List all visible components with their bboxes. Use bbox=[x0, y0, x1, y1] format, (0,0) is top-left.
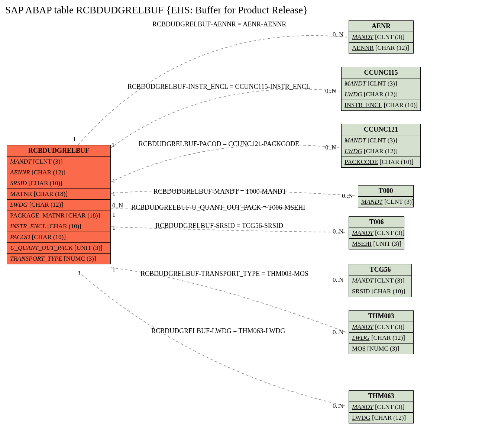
relation-label: RCBDUDGRELBUF-TRANSPORT_TYPE = THM003-MO… bbox=[140, 270, 308, 278]
entity-header: THM003 bbox=[349, 311, 413, 322]
field-row: MANDT [CLNT (3)] bbox=[349, 32, 413, 43]
field-row: LWDG [CHAR (12)] bbox=[342, 146, 420, 157]
field-row: PACKAGE_MATNR [CHAR (18)] bbox=[7, 210, 110, 221]
field-row: PACKCODE [CHAR (10)] bbox=[342, 157, 420, 167]
field-row: LWDG [CHAR (12)] bbox=[349, 333, 413, 344]
relation-label: RCBDUDGRELBUF-LWDG = THM063-LWDG bbox=[151, 327, 285, 335]
entity-aenr: AENR MANDT [CLNT (3)] AENNR [CHAR (12)] bbox=[349, 20, 414, 54]
field-row: AENNR [CHAR (12)] bbox=[349, 43, 413, 53]
relation-label: RCBDUDGRELBUF-PACOD = CCUNC121-PACKCODE bbox=[139, 140, 299, 148]
field-row: MSEHI [UNIT (3)] bbox=[349, 239, 404, 249]
entity-thm063: THM063 MANDT [CLNT (3)] LWDG [CHAR (12)] bbox=[349, 390, 414, 423]
entity-header: CCUNC121 bbox=[342, 124, 420, 135]
entity-rcbdudgrelbuf: RCBDUDGRELBUF MANDT [CLNT (3)] AENNR [CH… bbox=[7, 145, 111, 264]
entity-header: T006 bbox=[349, 217, 404, 228]
cardinality-right: 0..N bbox=[342, 192, 353, 200]
field-row: TRANSPORT_TYPE [NUMC (3)] bbox=[7, 254, 110, 264]
cardinality-left: 1 bbox=[112, 178, 116, 185]
relation-label: RCBDUDGRELBUF-AENNR = AENR-AENNR bbox=[152, 20, 286, 28]
cardinality-right: 0..N bbox=[333, 276, 343, 284]
relation-label: RCBDUDGRELBUF-SRSID = TCG56-SRSID bbox=[155, 222, 283, 230]
entity-header: TCG56 bbox=[349, 264, 411, 275]
field-row: MOS [NUMC (3)] bbox=[349, 344, 413, 354]
field-row: LWDG [CHAR (12)] bbox=[342, 89, 420, 100]
entity-ccunc121: CCUNC121 MANDT [CLNT (3)] LWDG [CHAR (12… bbox=[341, 124, 421, 168]
field-row: SRSID [CHAR (10)] bbox=[7, 178, 110, 189]
entity-header: T000 bbox=[358, 186, 413, 197]
field-row: LWDG [CHAR (12)] bbox=[349, 413, 413, 423]
field-row: LWDG [CHAR (12)] bbox=[7, 200, 110, 210]
field-row: MANDT [CLNT (3)] bbox=[349, 275, 411, 286]
field-row: MANDT [CLNT (3)] bbox=[349, 228, 404, 239]
cardinality-right: 0..N bbox=[325, 87, 336, 95]
entity-header: AENR bbox=[349, 21, 413, 32]
field-row: MANDT [CLNT (3)] bbox=[342, 78, 420, 89]
field-row: PACOD [CHAR (10)] bbox=[7, 232, 110, 243]
field-row: MANDT [CLNT (3)] bbox=[349, 402, 413, 413]
entity-ccunc115: CCUNC115 MANDT [CLNT (3)] LWDG [CHAR (12… bbox=[341, 67, 421, 111]
cardinality-right: 0..N bbox=[325, 144, 336, 151]
field-row: AENNR [CHAR (12)] bbox=[7, 167, 110, 178]
cardinality-right: 0..N bbox=[333, 228, 343, 235]
entity-t006: T006 MANDT [CLNT (3)] MSEHI [UNIT (3)] bbox=[349, 216, 404, 249]
page-title: SAP ABAP table RCBDUDGRELBUF {EHS: Buffe… bbox=[5, 4, 308, 16]
entity-tcg56: TCG56 MANDT [CLNT (3)] SRSID [CHAR (10)] bbox=[349, 264, 412, 297]
field-row: INSTR_ENCL [CHAR (10)] bbox=[342, 100, 420, 110]
entity-thm003: THM003 MANDT [CLNT (3)] LWDG [CHAR (12)]… bbox=[349, 310, 414, 354]
entity-header: RCBDUDGRELBUF bbox=[7, 145, 110, 157]
field-row: MATNR [CHAR (18)] bbox=[7, 189, 110, 200]
cardinality-left: 1 bbox=[73, 136, 76, 143]
field-row: MANDT [CLNT (3)] bbox=[342, 135, 420, 146]
cardinality-left: 0..N bbox=[112, 202, 123, 209]
field-row: INSTR_ENCL [CHAR (10)] bbox=[7, 221, 110, 232]
cardinality-right: 0..N bbox=[333, 402, 343, 410]
cardinality-left: 1 bbox=[112, 266, 116, 273]
relation-label: RCBDUDGRELBUF-U_QUANT_OUT_PACK = T006-MS… bbox=[131, 204, 305, 212]
field-row: MANDT [CLNT (3)] bbox=[358, 197, 413, 207]
field-row: U_QUANT_OUT_PACK [UNIT (3)] bbox=[7, 243, 110, 254]
entity-t000: T000 MANDT [CLNT (3)] bbox=[358, 185, 414, 207]
cardinality-left: 1 bbox=[112, 190, 116, 198]
cardinality-left: 1 bbox=[112, 211, 116, 219]
entity-header: THM063 bbox=[349, 391, 413, 402]
entity-header: CCUNC115 bbox=[342, 67, 420, 78]
field-row: MANDT [CLNT (3)] bbox=[7, 157, 110, 167]
cardinality-left: 1 bbox=[78, 270, 81, 277]
relation-label: RCBDUDGRELBUF-MANDT = T000-MANDT bbox=[153, 188, 287, 196]
field-row: MANDT [CLNT (3)] bbox=[349, 322, 413, 333]
field-row: SRSID [CHAR (10)] bbox=[349, 286, 411, 297]
cardinality-left: 1 bbox=[112, 224, 116, 232]
relation-label: RCBDUDGRELBUF-INSTR_ENCL = CCUNC115-INST… bbox=[127, 83, 310, 91]
cardinality-right: 0..N bbox=[333, 31, 343, 38]
cardinality-right: 0..N bbox=[333, 329, 343, 336]
cardinality-left: 1 bbox=[111, 141, 115, 149]
